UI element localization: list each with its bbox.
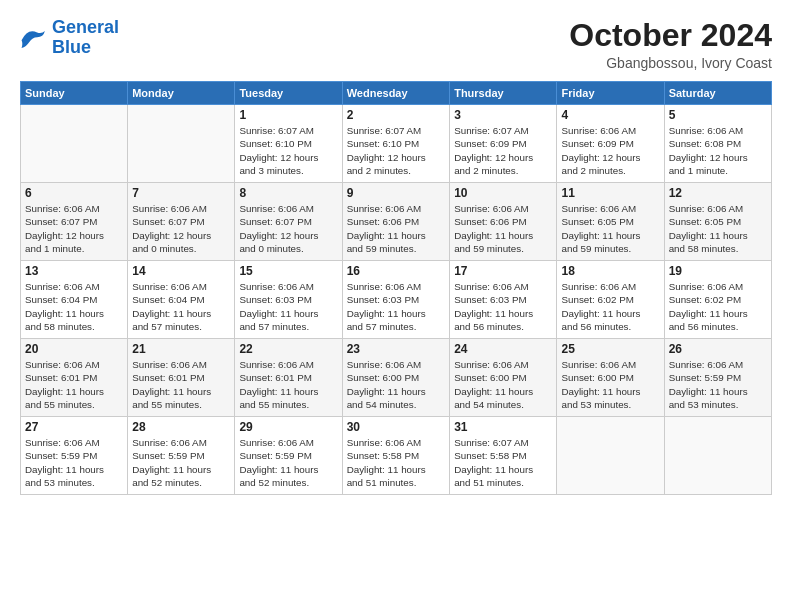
calendar-cell: 17Sunrise: 6:06 AM Sunset: 6:03 PM Dayli… [450,261,557,339]
calendar-cell: 28Sunrise: 6:06 AM Sunset: 5:59 PM Dayli… [128,417,235,495]
calendar-cell: 24Sunrise: 6:06 AM Sunset: 6:00 PM Dayli… [450,339,557,417]
day-info: Sunrise: 6:06 AM Sunset: 6:02 PM Dayligh… [669,280,767,333]
calendar-cell: 12Sunrise: 6:06 AM Sunset: 6:05 PM Dayli… [664,183,771,261]
day-info: Sunrise: 6:06 AM Sunset: 6:01 PM Dayligh… [239,358,337,411]
day-number: 3 [454,108,552,122]
calendar-cell: 27Sunrise: 6:06 AM Sunset: 5:59 PM Dayli… [21,417,128,495]
day-info: Sunrise: 6:06 AM Sunset: 6:03 PM Dayligh… [239,280,337,333]
day-number: 27 [25,420,123,434]
calendar-cell: 16Sunrise: 6:06 AM Sunset: 6:03 PM Dayli… [342,261,449,339]
calendar-header-row: Sunday Monday Tuesday Wednesday Thursday… [21,82,772,105]
calendar-cell: 19Sunrise: 6:06 AM Sunset: 6:02 PM Dayli… [664,261,771,339]
calendar-cell: 21Sunrise: 6:06 AM Sunset: 6:01 PM Dayli… [128,339,235,417]
col-monday: Monday [128,82,235,105]
calendar-cell: 7Sunrise: 6:06 AM Sunset: 6:07 PM Daylig… [128,183,235,261]
day-number: 6 [25,186,123,200]
day-number: 7 [132,186,230,200]
day-number: 20 [25,342,123,356]
day-number: 26 [669,342,767,356]
day-info: Sunrise: 6:06 AM Sunset: 6:01 PM Dayligh… [25,358,123,411]
day-info: Sunrise: 6:06 AM Sunset: 5:59 PM Dayligh… [132,436,230,489]
calendar-cell: 22Sunrise: 6:06 AM Sunset: 6:01 PM Dayli… [235,339,342,417]
logo-text: General Blue [52,18,119,58]
day-number: 24 [454,342,552,356]
day-number: 17 [454,264,552,278]
calendar-cell: 13Sunrise: 6:06 AM Sunset: 6:04 PM Dayli… [21,261,128,339]
day-info: Sunrise: 6:06 AM Sunset: 6:06 PM Dayligh… [347,202,445,255]
calendar-week-row: 1Sunrise: 6:07 AM Sunset: 6:10 PM Daylig… [21,105,772,183]
calendar-cell: 2Sunrise: 6:07 AM Sunset: 6:10 PM Daylig… [342,105,449,183]
day-number: 1 [239,108,337,122]
day-number: 31 [454,420,552,434]
day-number: 11 [561,186,659,200]
day-info: Sunrise: 6:06 AM Sunset: 6:05 PM Dayligh… [669,202,767,255]
col-wednesday: Wednesday [342,82,449,105]
day-number: 23 [347,342,445,356]
day-info: Sunrise: 6:06 AM Sunset: 5:58 PM Dayligh… [347,436,445,489]
calendar-cell: 4Sunrise: 6:06 AM Sunset: 6:09 PM Daylig… [557,105,664,183]
day-number: 5 [669,108,767,122]
col-tuesday: Tuesday [235,82,342,105]
day-number: 25 [561,342,659,356]
day-number: 18 [561,264,659,278]
calendar-cell: 14Sunrise: 6:06 AM Sunset: 6:04 PM Dayli… [128,261,235,339]
calendar-cell: 6Sunrise: 6:06 AM Sunset: 6:07 PM Daylig… [21,183,128,261]
page: General Blue October 2024 Gbangbossou, I… [0,0,792,612]
calendar-cell [128,105,235,183]
subtitle: Gbangbossou, Ivory Coast [569,55,772,71]
day-number: 15 [239,264,337,278]
calendar-cell: 15Sunrise: 6:06 AM Sunset: 6:03 PM Dayli… [235,261,342,339]
day-info: Sunrise: 6:06 AM Sunset: 6:00 PM Dayligh… [347,358,445,411]
day-info: Sunrise: 6:06 AM Sunset: 6:02 PM Dayligh… [561,280,659,333]
day-info: Sunrise: 6:06 AM Sunset: 5:59 PM Dayligh… [25,436,123,489]
calendar-cell: 29Sunrise: 6:06 AM Sunset: 5:59 PM Dayli… [235,417,342,495]
day-info: Sunrise: 6:06 AM Sunset: 6:08 PM Dayligh… [669,124,767,177]
col-thursday: Thursday [450,82,557,105]
main-title: October 2024 [569,18,772,53]
title-block: October 2024 Gbangbossou, Ivory Coast [569,18,772,71]
day-info: Sunrise: 6:06 AM Sunset: 6:03 PM Dayligh… [454,280,552,333]
calendar-cell: 3Sunrise: 6:07 AM Sunset: 6:09 PM Daylig… [450,105,557,183]
logo: General Blue [20,18,119,58]
calendar-cell: 11Sunrise: 6:06 AM Sunset: 6:05 PM Dayli… [557,183,664,261]
col-sunday: Sunday [21,82,128,105]
calendar-cell: 10Sunrise: 6:06 AM Sunset: 6:06 PM Dayli… [450,183,557,261]
calendar-cell: 23Sunrise: 6:06 AM Sunset: 6:00 PM Dayli… [342,339,449,417]
day-number: 12 [669,186,767,200]
day-info: Sunrise: 6:06 AM Sunset: 6:01 PM Dayligh… [132,358,230,411]
calendar-cell: 20Sunrise: 6:06 AM Sunset: 6:01 PM Dayli… [21,339,128,417]
day-number: 30 [347,420,445,434]
day-info: Sunrise: 6:07 AM Sunset: 5:58 PM Dayligh… [454,436,552,489]
calendar-cell [21,105,128,183]
day-info: Sunrise: 6:06 AM Sunset: 6:07 PM Dayligh… [132,202,230,255]
day-number: 16 [347,264,445,278]
calendar-cell: 9Sunrise: 6:06 AM Sunset: 6:06 PM Daylig… [342,183,449,261]
day-info: Sunrise: 6:06 AM Sunset: 6:00 PM Dayligh… [561,358,659,411]
day-info: Sunrise: 6:06 AM Sunset: 6:05 PM Dayligh… [561,202,659,255]
calendar-cell: 30Sunrise: 6:06 AM Sunset: 5:58 PM Dayli… [342,417,449,495]
day-number: 19 [669,264,767,278]
day-info: Sunrise: 6:06 AM Sunset: 6:00 PM Dayligh… [454,358,552,411]
day-number: 2 [347,108,445,122]
calendar-cell: 18Sunrise: 6:06 AM Sunset: 6:02 PM Dayli… [557,261,664,339]
day-number: 9 [347,186,445,200]
col-saturday: Saturday [664,82,771,105]
day-info: Sunrise: 6:07 AM Sunset: 6:10 PM Dayligh… [347,124,445,177]
day-number: 21 [132,342,230,356]
calendar-cell [664,417,771,495]
header: General Blue October 2024 Gbangbossou, I… [20,18,772,71]
calendar-cell: 26Sunrise: 6:06 AM Sunset: 5:59 PM Dayli… [664,339,771,417]
day-info: Sunrise: 6:06 AM Sunset: 6:03 PM Dayligh… [347,280,445,333]
day-info: Sunrise: 6:06 AM Sunset: 6:04 PM Dayligh… [25,280,123,333]
calendar-week-row: 20Sunrise: 6:06 AM Sunset: 6:01 PM Dayli… [21,339,772,417]
calendar-cell: 1Sunrise: 6:07 AM Sunset: 6:10 PM Daylig… [235,105,342,183]
day-number: 8 [239,186,337,200]
calendar-cell: 8Sunrise: 6:06 AM Sunset: 6:07 PM Daylig… [235,183,342,261]
day-number: 29 [239,420,337,434]
calendar-cell: 31Sunrise: 6:07 AM Sunset: 5:58 PM Dayli… [450,417,557,495]
day-number: 14 [132,264,230,278]
day-info: Sunrise: 6:06 AM Sunset: 5:59 PM Dayligh… [239,436,337,489]
day-number: 22 [239,342,337,356]
day-info: Sunrise: 6:07 AM Sunset: 6:09 PM Dayligh… [454,124,552,177]
day-info: Sunrise: 6:06 AM Sunset: 6:06 PM Dayligh… [454,202,552,255]
